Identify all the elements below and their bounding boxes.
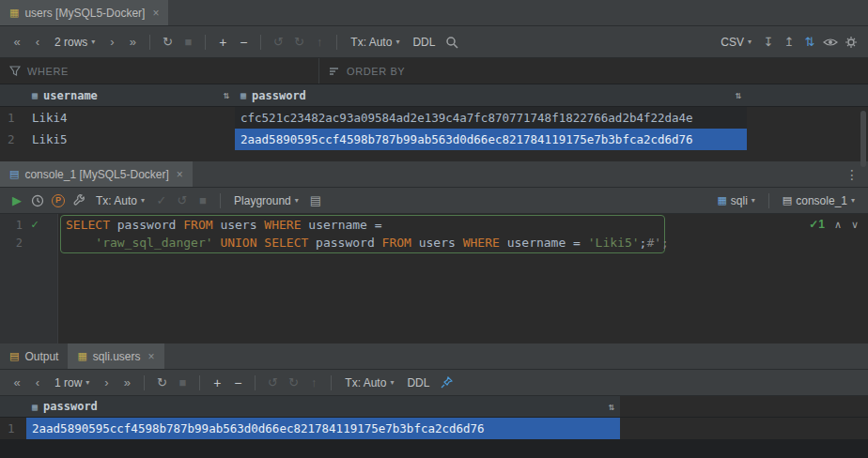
table-row[interactable]: 12aad5890595ccf4598b787b99ab563d0d66ec82… <box>0 418 868 439</box>
column-header-username[interactable]: ▦ username ⇅ <box>26 84 235 106</box>
parameters-icon[interactable]: P <box>49 194 68 207</box>
sort-icon[interactable]: ⇅ <box>735 89 741 101</box>
pin-icon[interactable] <box>437 376 456 389</box>
sort-icon[interactable]: ⇅ <box>223 89 229 101</box>
order-by-label: ORDER BY <box>347 66 405 77</box>
compare-icon[interactable]: ⇅ <box>800 36 819 48</box>
last-page-button[interactable]: » <box>117 376 136 389</box>
commit-icon: ✓ <box>152 194 171 206</box>
sort-lines-icon <box>329 67 340 76</box>
gutter-header <box>0 396 26 417</box>
order-by-filter-field[interactable]: ORDER BY <box>319 58 414 84</box>
code-segment: 'Liki5' <box>588 236 640 250</box>
table-row[interactable]: 1Liki4cfc521c23482ac93a09584ad2e139c4a7f… <box>0 107 868 129</box>
delete-row-button[interactable]: − <box>228 376 247 389</box>
wrench-icon[interactable] <box>70 194 88 207</box>
view-options-icon[interactable]: ▤ <box>306 194 325 206</box>
users-grid-rows: 1Liki4cfc521c23482ac93a09584ad2e139c4a7f… <box>0 107 868 150</box>
editor-gutter: 1✓ <box>0 216 58 234</box>
chevron-down-icon: ▾ <box>748 38 752 46</box>
sort-icon[interactable]: ⇅ <box>608 401 614 413</box>
toolbar-separator <box>199 375 200 390</box>
code-segment: password <box>110 218 183 232</box>
first-page-button[interactable]: « <box>8 376 26 389</box>
refresh-icon[interactable]: ↻ <box>158 36 177 48</box>
where-filter-field[interactable]: WHERE <box>0 58 319 84</box>
close-icon[interactable]: × <box>177 168 183 181</box>
console-switcher-dropdown[interactable]: ▤ console_1 ▾ <box>777 194 860 207</box>
editor-line[interactable]: 2 'raw_sql_danger' UNION SELECT password… <box>0 234 868 252</box>
grid-toolbar: « ‹ 2 rows ▾ › » ↻ ■ + − ↺ ↻ ↑ Tx: Auto … <box>0 26 868 58</box>
next-page-button[interactable]: › <box>102 36 121 48</box>
tab-result-sqli-users[interactable]: ▦ sqli.users × <box>68 344 163 369</box>
chevron-down-icon: ▾ <box>85 378 89 387</box>
table-icon: ▦ <box>9 8 19 18</box>
result-count: 1 <box>818 218 825 231</box>
tx-mode-dropdown[interactable]: Tx: Auto ▾ <box>345 36 405 49</box>
next-result-icon[interactable]: ∨ <box>851 219 859 231</box>
tab-console[interactable]: ▤ console_1 [MySQL5-Docker] × <box>0 161 193 187</box>
password-cell[interactable]: 2aad5890595ccf4598b787b99ab563d0d66ec821… <box>235 129 747 150</box>
last-page-button[interactable]: » <box>123 36 142 48</box>
password-cell[interactable]: cfc521c23482ac93a09584ad2e139c4a7fc87077… <box>235 107 747 129</box>
row-number: 1 <box>0 418 26 439</box>
users-grid: ▦ username ⇅ ▦ password ⇅ 1Liki4cfc521c2… <box>0 84 868 150</box>
eye-icon[interactable] <box>821 37 840 48</box>
execute-button[interactable]: ▶ <box>8 194 26 206</box>
close-icon[interactable]: × <box>152 7 159 20</box>
check-icon: ✓ <box>809 218 818 231</box>
add-row-button[interactable]: + <box>213 36 232 49</box>
column-icon: ▦ <box>240 90 246 100</box>
export-format-dropdown[interactable]: CSV ▾ <box>715 36 757 49</box>
previous-page-button[interactable]: ‹ <box>28 376 47 389</box>
code-line[interactable]: SELECT password FROM users WHERE usernam… <box>58 216 382 234</box>
playground-dropdown[interactable]: Playground ▾ <box>228 194 304 207</box>
tab-output[interactable]: ▤ Output <box>0 344 68 369</box>
ddl-button[interactable]: DDL <box>401 376 435 389</box>
chevron-down-icon: ▾ <box>851 196 855 205</box>
page-size-dropdown[interactable]: 2 rows ▾ <box>49 36 101 49</box>
gear-icon[interactable] <box>842 36 860 49</box>
close-icon[interactable]: × <box>148 350 155 363</box>
code-segment: WHERE <box>264 218 301 232</box>
tx-mode-dropdown[interactable]: Tx: Auto ▾ <box>90 194 150 207</box>
console-tab-bar: ▤ console_1 [MySQL5-Docker] × ⋮ <box>0 161 868 188</box>
sql-editor[interactable]: 1✓SELECT password FROM users WHERE usern… <box>0 214 868 344</box>
delete-row-button[interactable]: − <box>234 36 253 49</box>
console-icon: ▤ <box>9 169 19 179</box>
username-cell[interactable]: Liki4 <box>26 107 235 129</box>
code-line[interactable]: 'raw_sql_danger' UNION SELECT password F… <box>58 234 669 252</box>
export-format-label: CSV <box>721 36 744 49</box>
previous-result-icon[interactable]: ∧ <box>834 219 842 231</box>
column-label: password <box>43 400 98 413</box>
code-segment: SELECT <box>66 218 110 232</box>
vertical-scrollbar[interactable] <box>860 111 866 167</box>
chevron-down-icon: ▾ <box>91 38 95 46</box>
table-row[interactable]: 2Liki52aad5890595ccf4598b787b99ab563d0d6… <box>0 129 868 150</box>
toolbar-separator <box>255 375 256 390</box>
export-data-icon[interactable]: ↥ <box>780 36 798 48</box>
editor-line[interactable]: 1✓SELECT password FROM users WHERE usern… <box>0 216 868 234</box>
refresh-icon[interactable]: ↻ <box>152 376 171 389</box>
column-header-password[interactable]: ▦ password ⇅ <box>26 396 620 417</box>
search-icon[interactable] <box>442 36 461 49</box>
execution-result-widget: ✓1 ∧ ∨ <box>809 218 859 231</box>
password-cell[interactable]: 2aad5890595ccf4598b787b99ab563d0d66ec821… <box>26 418 620 439</box>
import-data-icon[interactable]: ↧ <box>759 36 778 48</box>
column-header-password[interactable]: ▦ password ⇅ <box>235 84 747 106</box>
column-label: username <box>43 89 98 102</box>
tx-mode-dropdown[interactable]: Tx: Auto ▾ <box>339 376 399 389</box>
history-icon[interactable] <box>28 194 47 207</box>
ddl-button[interactable]: DDL <box>407 36 441 49</box>
schema-switcher-dropdown[interactable]: ▦ sqli ▾ <box>711 194 760 207</box>
tab-users-grid[interactable]: ▦ users [MySQL5-Docker] × <box>0 0 168 25</box>
next-page-button[interactable]: › <box>97 376 116 389</box>
code-segment: WHERE <box>463 236 500 250</box>
add-row-button[interactable]: + <box>208 376 226 389</box>
redo-icon: ↻ <box>284 376 302 389</box>
previous-page-button[interactable]: ‹ <box>28 36 47 48</box>
code-segment: FROM <box>183 218 212 232</box>
username-cell[interactable]: Liki5 <box>26 129 235 150</box>
page-size-dropdown[interactable]: 1 row ▾ <box>49 376 95 389</box>
first-page-button[interactable]: « <box>8 36 26 48</box>
